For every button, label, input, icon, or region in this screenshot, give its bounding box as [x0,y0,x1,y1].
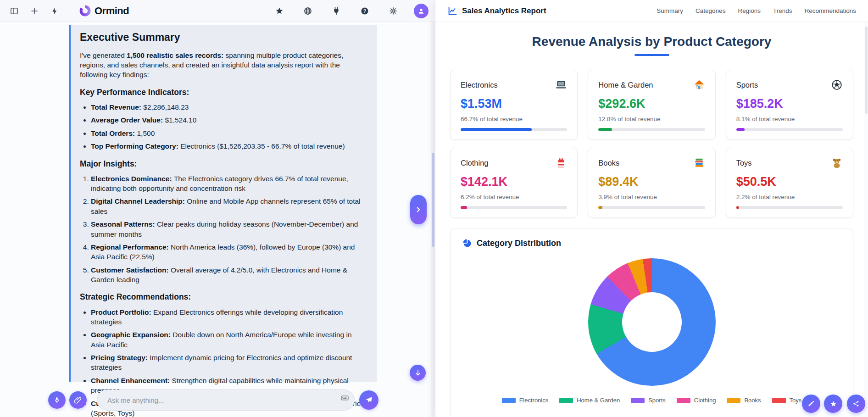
list-item: Pricing StrategyImplement dynamic pricin… [91,353,367,373]
language-button[interactable] [300,3,316,19]
distribution-title: Category Distribution [477,239,561,248]
recs-heading: Strategic Recommendations: [80,291,367,302]
new-chat-button[interactable] [27,3,42,19]
insights-heading: Major Insights: [80,158,367,169]
report-header: Sales Analytics Report Summary Categorie… [435,0,868,22]
chat-panel: Ormind ? Executive Summary I've g [0,0,435,417]
share-icon [852,400,860,407]
category-card-sports: Sports $185.2K 8.1% of total revenue [726,70,853,140]
chat-scrollbar-track[interactable] [431,22,435,417]
globe-icon [303,6,312,16]
legend-item[interactable]: Home & Garden [559,397,620,404]
user-avatar[interactable] [414,4,428,18]
category-card-electronics: Electronics $1.53M 66.7% of total revenu… [450,70,578,140]
legend-swatch [502,398,516,403]
legend-item[interactable]: Sports [631,397,666,404]
insights-list: Electronics DominanceThe Electronics cat… [80,174,367,285]
sidebar-toggle-button[interactable] [6,3,22,19]
list-item: Top Performing CategoryElectronics ($1,5… [91,141,367,151]
plus-icon [30,7,39,15]
chat-topbar: Ormind ? [0,0,435,22]
scroll-to-bottom-button[interactable] [410,365,426,381]
doc-title: Executive Summary [80,30,367,45]
legend-item[interactable]: Electronics [502,397,549,404]
house-icon [693,79,705,91]
report-scrollbar-track[interactable] [864,22,868,417]
mic-button[interactable] [48,391,66,409]
report-nav: Summary Categories Regions Trends Recomm… [657,7,856,14]
laptop-icon [555,79,567,91]
settings-button[interactable] [385,3,401,19]
progress-bar [736,206,739,209]
brand-name: Ormind [95,5,129,17]
sidebar-toggle-icon [10,6,19,16]
favorite-button[interactable] [824,395,842,413]
ormind-logo-icon [79,5,91,17]
legend-swatch [727,398,740,403]
legend-swatch [559,398,573,403]
chat-scrollbar-thumb[interactable] [432,153,434,247]
edit-button[interactable] [802,395,820,413]
category-card-home-garden: Home & Garden $292.6K 12.8% of total rev… [588,70,715,140]
brand: Ormind [79,5,129,17]
help-icon: ? [360,6,369,16]
legend-swatch [677,398,690,403]
nav-summary[interactable]: Summary [657,7,683,14]
title-underline [634,54,669,56]
pencil-icon [807,400,815,407]
report-scrollbar-thumb[interactable] [865,27,868,114]
nav-categories[interactable]: Categories [696,7,725,14]
books-icon [693,157,705,169]
nav-recommendations[interactable]: Recommendations [804,7,856,14]
list-item: Electronics DominanceThe Electronics cat… [91,174,367,194]
attach-button[interactable] [69,391,87,409]
star-icon [275,6,284,16]
progress-bar [598,206,602,209]
nav-regions[interactable]: Regions [738,7,761,14]
category-cards: Electronics $1.53M 66.7% of total revenu… [450,70,853,218]
share-button[interactable] [847,395,865,413]
assistant-message: Executive Summary I've generated 1,500 r… [69,25,377,382]
kpi-list: Total Revenue$2,286,148.23 Average Order… [80,102,367,151]
progress-bar [461,128,532,131]
integrations-button[interactable] [328,3,344,19]
microphone-icon [53,396,61,404]
category-card-books: Books $89.4K 3.9% of total revenue [588,148,715,218]
legend-item[interactable]: Toys [772,397,802,404]
report-panel: Sales Analytics Report Summary Categorie… [435,0,868,417]
list-item: Total Orders1,500 [91,128,367,138]
progress-bar [736,128,745,131]
expand-panel-button[interactable] [410,195,427,224]
list-item: Customer SatisfactionOverall average of … [91,265,367,285]
progress-bar [461,206,467,209]
page-title: Revenue Analysis by Product Category [435,34,868,49]
star-icon [829,400,837,408]
list-item: Seasonal PatternsClear peaks during holi… [91,219,367,239]
arrow-down-icon [414,369,422,377]
chat-input-bar [0,381,435,417]
chart-legend: Electronics Home & Garden Sports Clothin… [462,397,841,404]
favorites-button[interactable] [272,3,287,19]
send-icon [365,396,373,404]
chat-input[interactable] [97,389,355,411]
quick-actions-button[interactable] [47,3,62,19]
send-button[interactable] [359,390,378,410]
donut-hole [622,292,682,352]
person-icon [417,7,425,15]
help-button[interactable]: ? [357,3,373,19]
nav-trends[interactable]: Trends [773,7,792,14]
shirt-icon [555,157,567,169]
legend-swatch [772,398,786,403]
legend-item[interactable]: Books [727,397,761,404]
category-distribution-card: Category Distribution Electronics Home &… [450,228,853,417]
list-item: Total Revenue$2,286,148.23 [91,102,367,112]
kpi-heading: Key Performance Indicators: [80,87,367,98]
plug-icon [332,6,341,16]
list-item: Product PortfolioExpand Electronics offe… [91,307,367,327]
keyboard-icon[interactable] [340,394,349,404]
legend-item[interactable]: Clothing [677,397,716,404]
svg-text:?: ? [363,8,366,13]
category-card-clothing: Clothing $142.1K 6.2% of total revenue [450,148,578,218]
donut-chart-wrap [588,258,716,386]
report-title: Sales Analytics Report [462,6,546,16]
